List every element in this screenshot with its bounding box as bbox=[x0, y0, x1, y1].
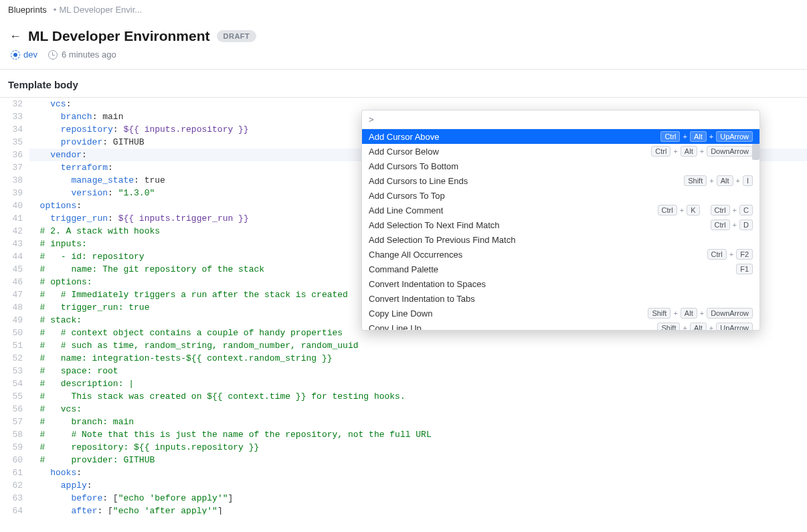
command-palette-item[interactable]: Add Cursors to Line EndsShift+Alt+I bbox=[362, 173, 759, 188]
command-palette-item[interactable]: Convert Indentation to Tabs bbox=[362, 291, 759, 306]
command-palette-item-label: Copy Line Up bbox=[369, 323, 657, 331]
line-number: 32 bbox=[0, 98, 23, 110]
kbd-key: Alt bbox=[690, 131, 707, 142]
kbd-key: Alt bbox=[681, 308, 697, 319]
line-number: 62 bbox=[0, 479, 23, 492]
command-palette-item[interactable]: Add Cursors To Bottom bbox=[362, 159, 759, 173]
command-palette-input[interactable]: > bbox=[362, 110, 759, 129]
command-palette-item-keys: Shift+Alt+UpArrow bbox=[657, 323, 753, 330]
code-line[interactable]: apply: bbox=[29, 479, 807, 492]
command-palette-item[interactable]: Change All OccurrencesCtrl+F2 bbox=[362, 247, 759, 262]
line-number: 35 bbox=[0, 136, 23, 149]
kbd-key: I bbox=[743, 175, 753, 186]
command-palette-item-keys: Ctrl+KCtrl+C bbox=[658, 205, 753, 215]
line-number: 41 bbox=[0, 212, 23, 225]
kbd-key: DownArrow bbox=[707, 146, 753, 157]
line-number: 39 bbox=[0, 187, 23, 199]
breadcrumb-current: ML Developer Envir... bbox=[59, 5, 142, 15]
code-line[interactable]: # branch: main bbox=[29, 416, 807, 428]
command-palette-item[interactable]: Add Selection To Next Find MatchCtrl+D bbox=[362, 217, 759, 232]
command-palette-item[interactable]: Add Selection To Previous Find Match bbox=[362, 232, 759, 247]
editor-area[interactable]: 3233343536373839404142434445464748495051… bbox=[0, 98, 807, 515]
kbd-key: C bbox=[739, 205, 753, 215]
section-title: Template body bbox=[0, 70, 807, 98]
page-header: ← ML Developer Environment DRAFT dev 6 m… bbox=[0, 20, 807, 70]
line-number: 54 bbox=[0, 377, 23, 390]
kbd-key: D bbox=[739, 219, 753, 230]
command-palette-item[interactable]: Add Cursors To Top bbox=[362, 188, 759, 203]
kbd-key: Alt bbox=[690, 323, 707, 330]
code-line[interactable]: # name: integration-tests-${{ context.ra… bbox=[29, 352, 807, 365]
code-line[interactable]: # description: | bbox=[29, 377, 807, 390]
command-palette-item-label: Change All Occurrences bbox=[369, 250, 707, 260]
command-palette-item[interactable]: Convert Indentation to Spaces bbox=[362, 276, 759, 291]
kbd-key: F2 bbox=[736, 249, 753, 260]
command-palette-item-keys: F1 bbox=[736, 264, 753, 274]
command-palette-item-label: Add Line Comment bbox=[369, 205, 658, 215]
line-number: 51 bbox=[0, 339, 23, 352]
command-palette[interactable]: > Add Cursor AboveCtrl+Alt+UpArrowAdd Cu… bbox=[361, 110, 760, 331]
code-line[interactable]: # This stack was created on ${{ context.… bbox=[29, 390, 807, 403]
command-palette-item-keys: Shift+Alt+DownArrow bbox=[648, 308, 753, 319]
command-palette-item[interactable]: Copy Line UpShift+Alt+UpArrow bbox=[362, 321, 759, 330]
kbd-key: Alt bbox=[717, 175, 733, 186]
back-arrow-icon[interactable]: ← bbox=[9, 30, 21, 42]
space-chip[interactable]: dev bbox=[11, 50, 37, 60]
kbd-key: UpArrow bbox=[716, 131, 753, 142]
kbd-key: F1 bbox=[736, 264, 753, 274]
command-palette-item[interactable]: Command PaletteF1 bbox=[362, 262, 759, 276]
command-palette-item-label: Add Cursors to Line Ends bbox=[369, 176, 684, 186]
command-palette-item[interactable]: Add Cursor AboveCtrl+Alt+UpArrow bbox=[362, 129, 759, 144]
line-number: 53 bbox=[0, 365, 23, 377]
code-line[interactable]: # repository: ${{ inputs.repository }} bbox=[29, 441, 807, 454]
line-number: 40 bbox=[0, 199, 23, 212]
kbd-key: K bbox=[687, 205, 699, 215]
line-number: 61 bbox=[0, 466, 23, 479]
command-palette-item[interactable]: Add Line CommentCtrl+KCtrl+C bbox=[362, 203, 759, 217]
kbd-key: Alt bbox=[681, 146, 697, 157]
scrollbar-thumb[interactable] bbox=[752, 144, 759, 160]
line-number: 56 bbox=[0, 403, 23, 416]
code-line[interactable]: # # such as time, random_string, random_… bbox=[29, 339, 807, 352]
command-palette-item[interactable]: Copy Line DownShift+Alt+DownArrow bbox=[362, 306, 759, 321]
kbd-key: UpArrow bbox=[716, 323, 753, 330]
kbd-key: Ctrl bbox=[707, 249, 727, 260]
command-palette-item-label: Command Palette bbox=[369, 264, 736, 274]
line-number: 47 bbox=[0, 288, 23, 301]
clock-icon bbox=[48, 50, 58, 60]
code-line[interactable]: # # Note that this is just the name of t… bbox=[29, 428, 807, 441]
kbd-key: Ctrl bbox=[658, 205, 677, 215]
code-line[interactable]: vcs: bbox=[29, 98, 807, 110]
kbd-key: Shift bbox=[657, 323, 680, 330]
code-line[interactable]: # space: root bbox=[29, 365, 807, 377]
line-number: 33 bbox=[0, 110, 23, 123]
code-line[interactable]: hooks: bbox=[29, 466, 807, 479]
code-line[interactable]: after: ["echo 'after apply'"] bbox=[29, 505, 807, 515]
command-palette-item-label: Add Cursor Below bbox=[369, 147, 651, 157]
command-palette-list[interactable]: Add Cursor AboveCtrl+Alt+UpArrowAdd Curs… bbox=[362, 129, 759, 330]
line-number: 36 bbox=[0, 149, 23, 161]
command-palette-item-label: Copy Line Down bbox=[369, 308, 648, 319]
line-number: 44 bbox=[0, 250, 23, 263]
command-palette-item-label: Add Cursors To Bottom bbox=[369, 161, 753, 171]
code-line[interactable]: # vcs: bbox=[29, 403, 807, 416]
line-number: 60 bbox=[0, 454, 23, 466]
kbd-key: Ctrl bbox=[711, 219, 730, 230]
code-line[interactable]: # provider: GITHUB bbox=[29, 454, 807, 466]
command-palette-item-label: Convert Indentation to Spaces bbox=[369, 279, 753, 289]
command-palette-item[interactable]: Add Cursor BelowCtrl+Alt+DownArrow bbox=[362, 144, 759, 159]
line-number: 46 bbox=[0, 276, 23, 288]
page-title: ML Developer Environment bbox=[28, 28, 210, 44]
line-number: 34 bbox=[0, 123, 23, 136]
command-palette-item-label: Add Cursor Above bbox=[369, 132, 660, 142]
line-number: 50 bbox=[0, 327, 23, 339]
line-number: 37 bbox=[0, 161, 23, 174]
line-number: 58 bbox=[0, 428, 23, 441]
kbd-key: Ctrl bbox=[660, 131, 680, 142]
code-line[interactable]: before: ["echo 'before apply'"] bbox=[29, 492, 807, 505]
breadcrumb-root[interactable]: Blueprints bbox=[8, 5, 47, 15]
line-number: 55 bbox=[0, 390, 23, 403]
line-number: 63 bbox=[0, 492, 23, 505]
command-palette-item-label: Add Selection To Previous Find Match bbox=[369, 235, 753, 245]
space-name: dev bbox=[23, 50, 37, 60]
